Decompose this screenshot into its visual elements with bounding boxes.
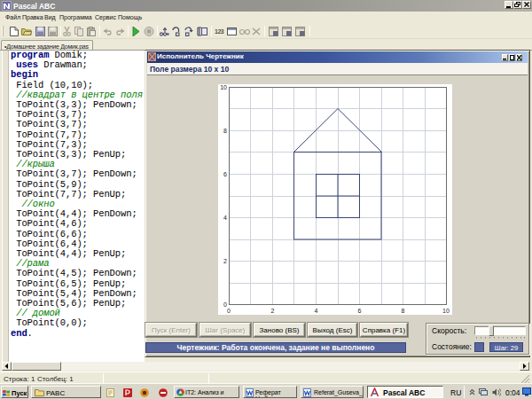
svg-text:8: 8 xyxy=(402,308,405,314)
svg-text:4: 4 xyxy=(223,215,227,221)
svg-text:6: 6 xyxy=(358,308,362,314)
svg-text:6: 6 xyxy=(223,171,227,177)
svg-text:0: 0 xyxy=(223,301,227,308)
svg-text:10: 10 xyxy=(220,84,227,90)
svg-text:0: 0 xyxy=(227,308,231,314)
svg-text:2: 2 xyxy=(271,308,275,314)
svg-text:4: 4 xyxy=(315,308,318,314)
svg-text:8: 8 xyxy=(223,128,227,134)
svg-text:2: 2 xyxy=(223,258,227,264)
svg-text:10: 10 xyxy=(442,308,450,314)
